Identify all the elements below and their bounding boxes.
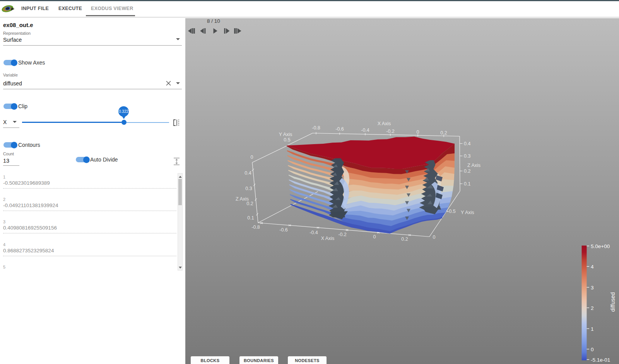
svg-text:0.4: 0.4 (464, 141, 470, 146)
svg-text:Y Axis: Y Axis (279, 131, 292, 137)
svg-text:X Axis: X Axis (378, 121, 391, 126)
svg-text:0.2: 0.2 (401, 236, 408, 242)
svg-text:Y Axis: Y Axis (461, 209, 474, 215)
svg-text:0.2: 0.2 (464, 168, 470, 173)
svg-text:0: 0 (373, 234, 376, 239)
svg-text:0.3: 0.3 (245, 185, 252, 191)
svg-text:-0.8: -0.8 (251, 224, 260, 230)
svg-text:Z Axis: Z Axis (467, 162, 480, 168)
svg-text:5.0e+00: 5.0e+00 (591, 243, 610, 249)
svg-text:-0.6: -0.6 (279, 227, 288, 232)
svg-text:0.5: 0.5 (284, 137, 290, 142)
svg-text:-0.4: -0.4 (310, 230, 318, 235)
svg-text:1: 1 (591, 326, 594, 332)
svg-text:0.2: 0.2 (440, 130, 447, 135)
svg-text:-0.6: -0.6 (335, 126, 344, 131)
svg-text:diffused: diffused (610, 292, 616, 312)
svg-text:0.4: 0.4 (245, 170, 251, 175)
svg-text:-0.5: -0.5 (447, 208, 456, 214)
svg-text:2: 2 (591, 305, 594, 311)
svg-text:0: 0 (591, 346, 594, 352)
svg-text:0: 0 (251, 154, 253, 160)
svg-text:0.1: 0.1 (247, 215, 254, 220)
svg-text:-0.4: -0.4 (361, 127, 369, 133)
svg-text:-0.8: -0.8 (312, 125, 320, 130)
svg-text:3: 3 (591, 284, 594, 290)
svg-text:-0.2: -0.2 (338, 231, 347, 237)
svg-text:4: 4 (591, 264, 594, 269)
svg-text:X Axis: X Axis (321, 235, 335, 241)
svg-text:0.3: 0.3 (464, 153, 470, 158)
svg-text:0.2: 0.2 (246, 201, 253, 206)
svg-text:0: 0 (433, 234, 436, 240)
svg-text:0.1: 0.1 (464, 181, 470, 186)
svg-text:0: 0 (417, 129, 419, 134)
svg-text:-0.2: -0.2 (386, 128, 395, 134)
svg-text:-5.1e-01: -5.1e-01 (591, 357, 610, 362)
